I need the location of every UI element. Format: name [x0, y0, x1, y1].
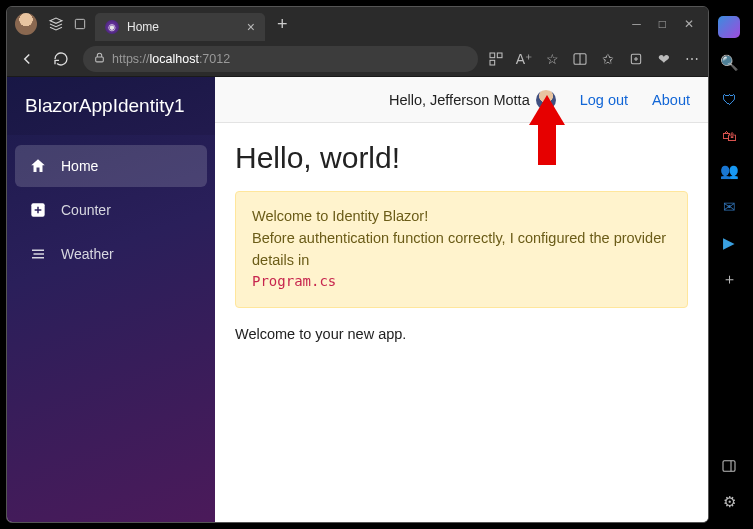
favorite-icon[interactable]: ☆ — [544, 51, 560, 67]
window-close-icon[interactable]: ✕ — [684, 17, 694, 31]
svg-rect-1 — [96, 56, 104, 61]
nav-menu: Home Counter Weather — [7, 135, 215, 285]
workspaces-icon[interactable] — [47, 15, 65, 33]
tab-title: Home — [127, 20, 159, 34]
svg-rect-0 — [75, 19, 84, 28]
plus-icon — [29, 201, 47, 219]
games-rail-icon[interactable]: 👥 — [718, 160, 740, 182]
alert-code: Program.cs — [252, 273, 336, 289]
page-heading: Hello, world! — [235, 141, 688, 175]
top-header: Hello, Jefferson Motta Log out About — [215, 77, 708, 123]
extensions-icon[interactable]: ❤ — [656, 51, 672, 67]
more-icon[interactable]: ⋯ — [684, 51, 700, 67]
svg-rect-3 — [497, 53, 502, 58]
search-rail-icon[interactable]: 🔍 — [718, 52, 740, 74]
shield-rail-icon[interactable]: 🛡 — [718, 88, 740, 110]
toolbar-icons: A⁺ ☆ ✩ ❤ ⋯ — [488, 51, 700, 67]
annotation-arrow-icon — [530, 95, 564, 165]
nav-label: Weather — [61, 246, 114, 262]
main-area: Hello, Jefferson Motta Log out About Hel… — [215, 77, 708, 522]
nav-label: Counter — [61, 202, 111, 218]
svg-rect-4 — [490, 60, 495, 65]
alert-line1: Welcome to Identity Blazor! — [252, 206, 671, 228]
outlook-rail-icon[interactable]: ✉ — [718, 196, 740, 218]
split-icon[interactable] — [572, 51, 588, 67]
window-controls: ─ □ ✕ — [622, 17, 704, 31]
welcome-text: Welcome to your new app. — [235, 326, 688, 342]
plus-rail-icon[interactable]: ＋ — [718, 268, 740, 290]
tab-actions-icon[interactable] — [71, 15, 89, 33]
window-maximize-icon[interactable]: □ — [659, 17, 666, 31]
sidebar: BlazorAppIdentity1 Home Counter — [7, 77, 215, 522]
copilot-icon[interactable] — [718, 16, 740, 38]
favorites-bar-icon[interactable]: ✩ — [600, 51, 616, 67]
settings-rail-icon[interactable]: ⚙ — [718, 491, 740, 513]
back-button[interactable] — [15, 47, 39, 71]
address-bar-row: https://localhost:7012 A⁺ ☆ ✩ ❤ ⋯ — [7, 41, 708, 77]
svg-rect-2 — [490, 53, 495, 58]
list-icon — [29, 245, 47, 263]
about-link[interactable]: About — [652, 92, 690, 108]
new-tab-button[interactable]: + — [271, 14, 294, 35]
window-minimize-icon[interactable]: ─ — [632, 17, 641, 31]
collections-icon[interactable] — [628, 51, 644, 67]
tab-favicon-icon: ◉ — [105, 20, 119, 34]
panel-toggle-icon[interactable] — [718, 455, 740, 477]
browser-window: ◉ Home × + ─ □ ✕ https://localhost:7012 — [6, 6, 709, 523]
info-alert: Welcome to Identity Blazor! Before authe… — [235, 191, 688, 308]
nav-label: Home — [61, 158, 98, 174]
sidebar-item-counter[interactable]: Counter — [15, 189, 207, 231]
window-titlebar: ◉ Home × + ─ □ ✕ — [7, 7, 708, 41]
url-text: https://localhost:7012 — [112, 52, 230, 66]
onedrive-rail-icon[interactable]: ▶ — [718, 232, 740, 254]
sidebar-item-weather[interactable]: Weather — [15, 233, 207, 275]
home-icon — [29, 157, 47, 175]
lock-icon — [93, 51, 106, 67]
alert-line2: Before authentication function correctly… — [252, 228, 671, 272]
shopping-rail-icon[interactable]: 🛍 — [718, 124, 740, 146]
browser-tab[interactable]: ◉ Home × — [95, 13, 265, 41]
sidebar-item-home[interactable]: Home — [15, 145, 207, 187]
qr-icon[interactable] — [488, 51, 504, 67]
profile-avatar-icon[interactable] — [15, 13, 37, 35]
address-bar[interactable]: https://localhost:7012 — [83, 46, 478, 72]
page-content: Hello, world! Welcome to Identity Blazor… — [215, 123, 708, 360]
svg-rect-14 — [723, 461, 735, 472]
logout-link[interactable]: Log out — [580, 92, 628, 108]
brand-title[interactable]: BlazorAppIdentity1 — [7, 77, 215, 135]
edge-sidebar-rail: 🔍 🛡 🛍 👥 ✉ ▶ ＋ ⚙ — [711, 6, 747, 523]
read-aloud-icon[interactable]: A⁺ — [516, 51, 532, 67]
page-viewport: BlazorAppIdentity1 Home Counter — [7, 77, 708, 522]
refresh-button[interactable] — [49, 47, 73, 71]
tab-close-icon[interactable]: × — [247, 19, 255, 35]
